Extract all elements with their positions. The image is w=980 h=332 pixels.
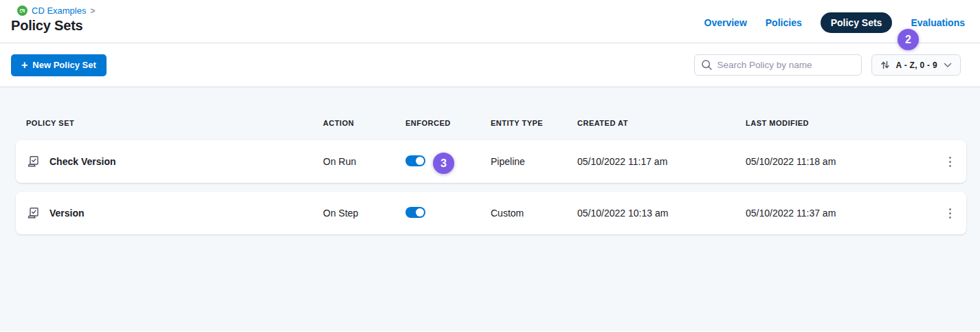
policy-set-name: Version [49, 208, 85, 219]
sort-label: A - Z, 0 - 9 [896, 60, 938, 70]
new-policy-set-label: New Policy Set [32, 60, 96, 70]
search-box [694, 54, 862, 76]
policy-set-icon [26, 206, 41, 221]
new-policy-set-button[interactable]: + New Policy Set [11, 54, 107, 76]
created-at-value: 05/10/2022 11:17 am [577, 156, 746, 167]
action-value: On Run [323, 156, 405, 167]
col-header-enforced: ENFORCED [405, 119, 491, 127]
toolbar: + New Policy Set A - Z, 0 - 9 [0, 43, 980, 87]
col-header-entity-type: ENTITY TYPE [491, 119, 577, 127]
action-value: On Step [323, 208, 405, 219]
tab-policy-sets[interactable]: Policy Sets [821, 12, 893, 33]
enforced-toggle[interactable] [405, 207, 425, 218]
top-nav: Overview Policies Policy Sets Evaluation… [704, 12, 965, 33]
table-row-check-version[interactable]: Check Version On Run Pipeline 05/10/2022… [16, 140, 966, 183]
chevron-down-icon [944, 63, 952, 68]
tab-evaluations[interactable]: Evaluations [911, 17, 965, 28]
entity-type-value: Custom [491, 208, 577, 219]
last-modified-value: 05/10/2022 11:18 am [746, 156, 931, 167]
tab-overview[interactable]: Overview [704, 17, 747, 28]
entity-type-value: Pipeline [491, 156, 577, 167]
search-input[interactable] [694, 54, 862, 76]
tab-policies[interactable]: Policies [766, 17, 802, 28]
policy-set-name: Check Version [49, 156, 116, 167]
breadcrumb-chevron-icon: > [90, 6, 95, 16]
plus-icon: + [21, 60, 27, 71]
page-header: CD Examples > Policy Sets Overview Polic… [0, 0, 980, 43]
enforced-toggle[interactable] [405, 155, 425, 166]
table-row-version[interactable]: Version On Step Custom 05/10/2022 10:13 … [16, 192, 966, 234]
step-badge-2: 2 [898, 29, 919, 50]
breadcrumb-link-cd-examples[interactable]: CD Examples [32, 5, 86, 16]
row-menu-kebab-icon[interactable] [942, 203, 958, 223]
col-header-created-at: CREATED AT [577, 119, 746, 127]
toolbar-right: A - Z, 0 - 9 [694, 54, 961, 76]
col-header-policy-set: POLICY SET [26, 119, 323, 127]
col-header-action: ACTION [323, 119, 405, 127]
table-header-row: POLICY SET ACTION ENFORCED ENTITY TYPE C… [16, 87, 966, 127]
policy-set-icon [26, 155, 41, 169]
cd-module-icon [17, 5, 27, 16]
sort-arrows-icon [880, 60, 890, 70]
step-badge-3: 3 [433, 153, 454, 174]
table-rows: Check Version On Run Pipeline 05/10/2022… [0, 140, 980, 234]
row-menu-kebab-icon[interactable] [942, 152, 958, 171]
created-at-value: 05/10/2022 10:13 am [577, 208, 746, 219]
col-header-last-modified: LAST MODIFIED [746, 119, 931, 127]
sort-dropdown[interactable]: A - Z, 0 - 9 [871, 54, 961, 76]
last-modified-value: 05/10/2022 11:37 am [746, 208, 931, 219]
policy-sets-table-area: POLICY SET ACTION ENFORCED ENTITY TYPE C… [0, 87, 980, 331]
